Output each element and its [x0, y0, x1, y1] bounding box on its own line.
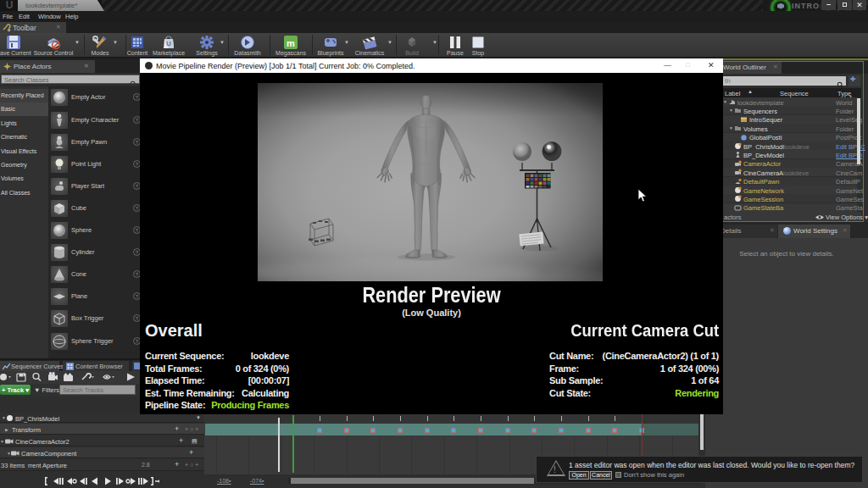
svg-text:U: U [166, 40, 171, 47]
svg-text:m: m [287, 38, 295, 48]
